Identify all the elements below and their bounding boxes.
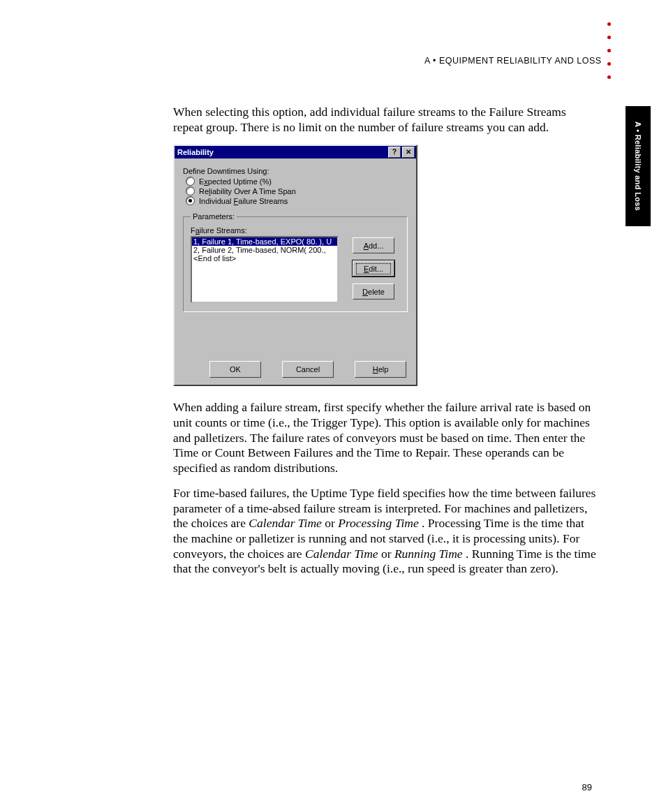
dialog-titlebar: Reliability ? ✕ [175, 146, 416, 158]
header-text: A • EQUIPMENT RELIABILITY AND LOSS [424, 56, 602, 66]
page-number: 89 [582, 782, 592, 792]
dot-icon [607, 75, 611, 79]
term-calendar-time-2: Calendar Time [305, 547, 378, 561]
red-dot-column [607, 22, 611, 79]
body-column: When selecting this option, add individu… [173, 105, 596, 586]
dialog-title: Reliability [177, 148, 214, 156]
paragraph-2: When adding a failure stream, first spec… [173, 400, 596, 475]
radio-label: Expected Uptime (%) [199, 177, 272, 186]
radio-individual-streams[interactable]: Individual Failure Streams [186, 196, 408, 205]
list-item[interactable]: <End of list> [192, 254, 337, 263]
cancel-button[interactable]: Cancel [282, 361, 334, 378]
side-tab-text: A • Reliability and Loss [634, 121, 642, 211]
reliability-dialog: Reliability ? ✕ Define Downtimes Using: … [173, 145, 417, 386]
radio-reliability-span[interactable]: Reliability Over A Time Span [186, 186, 408, 195]
list-button-column: Add... Edit... Delete [353, 236, 394, 300]
dialog-bottom-buttons: OK Cancel Help [183, 361, 408, 378]
paragraph-3: For time-based failures, the Uptime Type… [173, 486, 596, 577]
define-downtimes-label: Define Downtimes Using: [183, 167, 408, 175]
dialog-body: Define Downtimes Using: Expected Uptime … [175, 158, 416, 385]
dot-icon [607, 36, 611, 39]
close-icon: ✕ [406, 149, 411, 156]
paragraph-1: When selecting this option, add individu… [173, 105, 596, 135]
running-header: A • EQUIPMENT RELIABILITY AND LOSS [424, 56, 602, 66]
delete-button[interactable]: Delete [353, 283, 394, 300]
help-button[interactable]: Help [355, 361, 406, 378]
term-calendar-time: Calendar Time [249, 516, 322, 530]
titlebar-help-button[interactable]: ? [388, 147, 401, 158]
failure-streams-listbox[interactable]: 1, Failure 1, Time-based, EXPO( 80. ), U… [191, 236, 339, 303]
page: A • EQUIPMENT RELIABILITY AND LOSS A • R… [0, 0, 666, 812]
list-item[interactable]: 1, Failure 1, Time-based, EXPO( 80. ), U [192, 237, 337, 246]
failure-streams-label: Failure Streams: [191, 226, 400, 235]
radio-icon [186, 196, 195, 205]
radio-icon [186, 186, 195, 195]
dot-icon [607, 22, 611, 26]
list-item[interactable]: 2, Failure 2, Time-based, NORM( 200., [192, 246, 337, 254]
dot-icon [607, 62, 611, 66]
fieldset-legend: Parameters: [191, 212, 237, 221]
section-side-tab: A • Reliability and Loss [626, 106, 651, 226]
edit-button[interactable]: Edit... [353, 260, 394, 276]
radio-icon [186, 177, 195, 186]
term-processing-time: Processing Time [338, 516, 419, 530]
question-icon: ? [392, 149, 397, 156]
dialog-screenshot: Reliability ? ✕ Define Downtimes Using: … [173, 145, 596, 386]
radio-label: Individual Failure Streams [199, 197, 288, 205]
dot-icon [607, 49, 611, 52]
titlebar-button-group: ? ✕ [388, 147, 415, 158]
titlebar-close-button[interactable]: ✕ [402, 147, 415, 158]
parameters-row: 1, Failure 1, Time-based, EXPO( 80. ), U… [191, 236, 400, 303]
radio-expected-uptime[interactable]: Expected Uptime (%) [186, 177, 408, 186]
add-button[interactable]: Add... [353, 237, 394, 253]
term-running-time: Running Time [394, 547, 463, 561]
ok-button[interactable]: OK [209, 361, 261, 378]
parameters-fieldset: Parameters: Failure Streams: 1, Failure … [183, 212, 408, 312]
radio-label: Reliability Over A Time Span [199, 187, 296, 195]
